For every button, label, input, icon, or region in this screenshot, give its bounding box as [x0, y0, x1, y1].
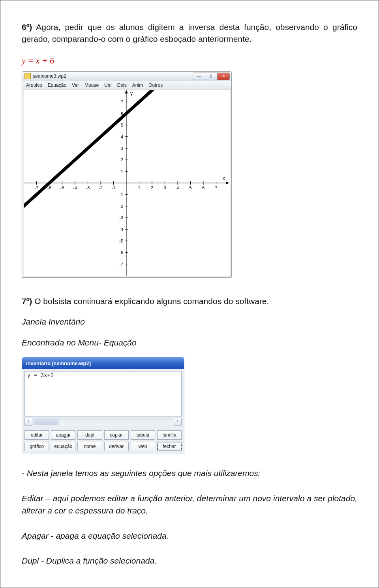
svg-text:-6: -6 [119, 250, 123, 255]
svg-text:-4: -4 [73, 185, 77, 190]
btn-fechar[interactable]: fechar [157, 442, 182, 451]
menu-arquivo[interactable]: Arquivo [26, 82, 42, 88]
document-page: 6º) Agora, pedir que os alunos digitem a… [0, 0, 379, 588]
step7-paragraph: 7º) O bolsista continuará explicando alg… [22, 295, 357, 308]
btn-equacao[interactable]: equação [51, 442, 75, 451]
menu-equacao[interactable]: Equação [48, 82, 66, 88]
svg-text:-3: -3 [119, 215, 123, 220]
plot-frame: -7-6-5-4-3-2-11234567-7-6-5-4-3-2-112345… [22, 90, 231, 277]
menu-outros[interactable]: Outros [148, 82, 163, 88]
intro-paragraph: 6º) Agora, pedir que os alunos digitem a… [22, 21, 357, 45]
svg-text:1: 1 [138, 185, 140, 190]
btn-copiar[interactable]: copiar [104, 430, 129, 440]
minimize-button[interactable]: — [193, 73, 205, 80]
graph-app-window: semnome3.wp2 — ▯ ✕ Arquivo Equação Ver M… [22, 71, 232, 278]
menu-um[interactable]: Um [104, 82, 112, 88]
svg-text:1: 1 [121, 169, 123, 174]
btn-familia[interactable]: família [157, 430, 182, 440]
close-button[interactable]: ✕ [217, 73, 230, 80]
window-buttons: — ▯ ✕ [193, 73, 230, 80]
sub-encontrada: Encontrada no Menu- Equação [22, 336, 357, 349]
btn-editar[interactable]: editar [24, 430, 49, 440]
scroll-track[interactable] [34, 418, 172, 425]
svg-text:-3: -3 [86, 185, 90, 190]
intro-text: Agora, pedir que os alunos digitem a inv… [22, 22, 357, 43]
svg-text:7: 7 [121, 99, 123, 104]
inventory-scrollbar: ‹ › [24, 418, 182, 426]
scroll-right-button[interactable]: › [174, 418, 182, 426]
svg-text:-7: -7 [119, 262, 123, 267]
btn-tabela[interactable]: tabela [131, 430, 155, 440]
btn-nome[interactable]: nome [77, 442, 102, 451]
svg-text:-2: -2 [119, 204, 123, 209]
sub-janela-inventario: Janela Inventário [22, 315, 357, 328]
inventory-buttons: editar apagar dupl copiar tabela família… [24, 430, 182, 451]
scroll-thumb[interactable] [34, 418, 58, 425]
svg-text:-5: -5 [119, 239, 123, 243]
svg-text:-2: -2 [99, 185, 103, 190]
menu-anim[interactable]: Anim [132, 82, 143, 88]
svg-text:6: 6 [202, 185, 205, 190]
inventory-body: y = 3x+2 ‹ › editar apagar dupl copiar t… [22, 369, 184, 454]
svg-text:3: 3 [121, 146, 123, 151]
opts-paragraph: - Nesta janela temos as seguintes opções… [22, 467, 357, 480]
svg-text:-1: -1 [119, 192, 123, 197]
svg-text:5: 5 [121, 123, 123, 127]
svg-text:y: y [130, 91, 133, 96]
svg-text:3: 3 [163, 185, 166, 190]
svg-text:4: 4 [176, 185, 179, 190]
svg-marker-3 [125, 90, 128, 93]
btn-apagar[interactable]: apagar [51, 430, 75, 440]
svg-text:5: 5 [189, 185, 191, 190]
apagar-paragraph: Apagar - apaga a equação selecionada. [22, 530, 357, 542]
svg-text:2: 2 [121, 157, 123, 162]
maximize-button[interactable]: ▯ [205, 73, 217, 80]
window-titlebar[interactable]: semnome3.wp2 — ▯ ✕ [22, 72, 231, 81]
btn-grafico[interactable]: gráfico [24, 442, 49, 451]
menu-mouse[interactable]: Mouse [84, 82, 99, 88]
svg-text:-5: -5 [60, 185, 64, 190]
function-plot: -7-6-5-4-3-2-11234567-7-6-5-4-3-2-112345… [24, 90, 229, 276]
menu-bar: Arquivo Equação Ver Mouse Um Dois Anim O… [22, 81, 231, 90]
inventory-window: inventário [semnome.wp2] y = 3x+2 ‹ › ed… [22, 357, 184, 454]
editar-paragraph: Editar – aqui podemos editar a função an… [22, 492, 357, 517]
inventory-list[interactable]: y = 3x+2 [24, 371, 182, 416]
menu-ver[interactable]: Ver [72, 82, 79, 88]
app-icon [24, 73, 31, 79]
step6-label: 6º) [22, 22, 32, 32]
svg-text:2: 2 [151, 185, 153, 190]
scroll-left-button[interactable]: ‹ [24, 418, 32, 426]
svg-text:x: x [223, 175, 225, 181]
svg-text:-7: -7 [35, 185, 39, 190]
dupl-paragraph: Dupl - Duplica a função selecionada. [22, 554, 357, 567]
step7-text: O bolsista continuará explicando alguns … [32, 297, 269, 306]
inventory-titlebar[interactable]: inventário [semnome.wp2] [22, 357, 184, 369]
btn-dupl[interactable]: dupl [77, 430, 102, 440]
svg-text:-4: -4 [119, 227, 123, 231]
svg-marker-2 [226, 181, 229, 185]
step7-label: 7º) [22, 297, 32, 306]
svg-text:7: 7 [215, 185, 217, 190]
btn-web[interactable]: web [131, 442, 155, 451]
inventory-item[interactable]: y = 3x+2 [27, 372, 54, 379]
equation-inverse: y = x + 6 [22, 56, 357, 66]
svg-text:-1: -1 [112, 185, 116, 190]
menu-dois[interactable]: Dois [117, 82, 127, 88]
svg-text:4: 4 [121, 134, 123, 139]
window-title: semnome3.wp2 [33, 73, 66, 79]
btn-derivar[interactable]: derivar [104, 442, 129, 451]
